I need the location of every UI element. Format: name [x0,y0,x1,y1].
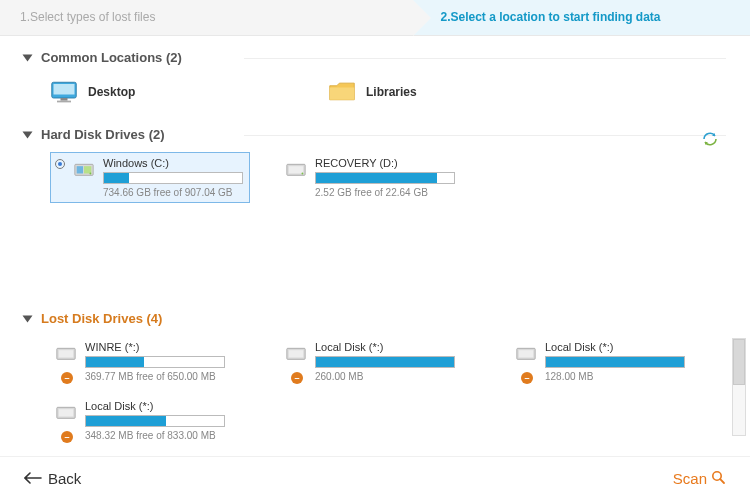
svg-rect-3 [57,100,71,102]
svg-rect-12 [59,350,74,357]
svg-rect-9 [289,166,304,173]
libraries-icon [328,78,356,107]
svg-rect-16 [519,350,534,357]
step-1[interactable]: 1.Select types of lost files [0,0,413,35]
collapse-icon [23,54,33,61]
hdd-icon [55,341,77,366]
lost-drives-grid: – WINRE (*:) 369.77 MB free of 650.00 MB… [24,336,726,446]
usage-bar [85,415,225,427]
location-desktop[interactable]: Desktop [50,75,240,109]
drive-info: 260.00 MB [315,371,475,382]
usage-bar [103,172,243,184]
svg-rect-1 [54,84,75,95]
svg-rect-18 [59,409,74,416]
lost-badge-icon: – [291,372,303,384]
main-content: Common Locations (2) Desktop Libraries H… [0,36,750,456]
drive-name: Local Disk (*:) [85,400,245,412]
scrollbar-thumb[interactable] [733,339,745,385]
svg-rect-2 [61,98,68,101]
drive-name: Windows (C:) [103,157,245,169]
hdd-icon [285,157,307,182]
usage-bar [315,356,455,368]
section-title: Hard Disk Drives (2) [41,127,165,142]
hard-drives-grid: Windows (C:) 734.66 GB free of 907.04 GB… [24,152,726,203]
back-label: Back [48,470,81,487]
usage-bar [545,356,685,368]
section-header-lost[interactable]: Lost Disk Drives (4) [24,311,726,326]
drive-info: 369.77 MB free of 650.00 MB [85,371,245,382]
svg-point-10 [302,173,304,175]
section-title: Common Locations (2) [41,50,182,65]
svg-rect-14 [289,350,304,357]
footer-bar: Back Scan [0,456,750,500]
scan-label: Scan [673,470,707,487]
desktop-icon [50,78,78,107]
section-hard-drives: Hard Disk Drives (2) Windows (C:) 734.66… [24,127,726,203]
drive-info: 734.66 GB free of 907.04 GB [103,187,245,198]
section-lost-drives: Lost Disk Drives (4) – WINRE (*:) 369.77… [24,311,726,446]
hdd-icon [515,341,537,366]
radio-selected-icon [55,159,65,169]
step-2: 2.Select a location to start finding dat… [413,0,751,35]
svg-rect-5 [77,166,83,173]
hdd-icon [55,400,77,425]
lost-drive-local-2[interactable]: – Local Disk (*:) 128.00 MB [510,336,710,387]
scan-button[interactable]: Scan [673,470,726,488]
drive-info: 128.00 MB [545,371,705,382]
common-locations-grid: Desktop Libraries [24,75,726,109]
lost-drive-local-3[interactable]: – Local Disk (*:) 348.32 MB free of 833.… [50,395,250,446]
usage-bar [85,356,225,368]
drive-name: Local Disk (*:) [315,341,475,353]
location-label: Libraries [366,85,417,99]
section-common-locations: Common Locations (2) Desktop Libraries [24,50,726,109]
lost-drive-winre[interactable]: – WINRE (*:) 369.77 MB free of 650.00 MB [50,336,250,387]
svg-point-7 [90,173,92,175]
lost-badge-icon: – [521,372,533,384]
search-icon [711,470,726,488]
drive-name: RECOVERY (D:) [315,157,475,169]
hdd-icon [73,157,95,182]
lost-drive-local-1[interactable]: – Local Disk (*:) 260.00 MB [280,336,480,387]
section-title: Lost Disk Drives (4) [41,311,162,326]
drive-name: WINRE (*:) [85,341,245,353]
usage-bar [315,172,455,184]
location-libraries[interactable]: Libraries [328,75,518,109]
drive-recovery-d[interactable]: RECOVERY (D:) 2.52 GB free of 22.64 GB [280,152,480,203]
back-button[interactable]: Back [24,470,81,487]
wizard-steps: 1.Select types of lost files 2.Select a … [0,0,750,36]
lost-badge-icon: – [61,431,73,443]
lost-badge-icon: – [61,372,73,384]
svg-rect-6 [84,166,91,173]
drive-windows-c[interactable]: Windows (C:) 734.66 GB free of 907.04 GB [50,152,250,203]
refresh-icon[interactable] [702,131,718,150]
hdd-icon [285,341,307,366]
drive-name: Local Disk (*:) [545,341,705,353]
svg-line-20 [720,479,724,483]
drive-info: 2.52 GB free of 22.64 GB [315,187,475,198]
arrow-left-icon [24,470,42,487]
location-label: Desktop [88,85,135,99]
drive-info: 348.32 MB free of 833.00 MB [85,430,245,441]
scrollbar[interactable] [732,338,746,436]
collapse-icon [23,315,33,322]
collapse-icon [23,131,33,138]
